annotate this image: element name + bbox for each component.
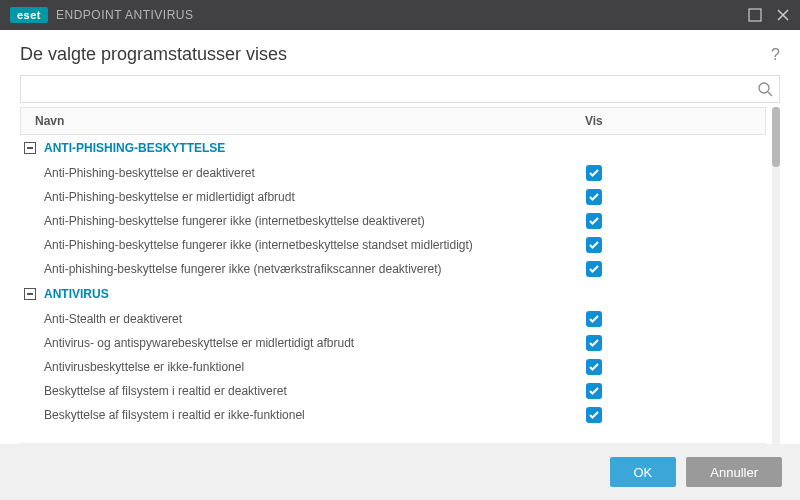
- status-row: Anti-phishing-beskyttelse fungerer ikke …: [20, 257, 766, 281]
- status-label: Anti-Phishing-beskyttelse fungerer ikke …: [20, 238, 586, 252]
- search-icon[interactable]: [757, 81, 773, 97]
- vis-checkbox[interactable]: [586, 359, 602, 375]
- svg-rect-0: [749, 9, 761, 21]
- page-title: De valgte programstatusser vises: [20, 44, 287, 65]
- vis-checkbox[interactable]: [586, 165, 602, 181]
- scroll-thumb[interactable]: [772, 107, 780, 167]
- status-row: Anti-Phishing-beskyttelse er midlertidig…: [20, 185, 766, 209]
- status-label: Anti-Phishing-beskyttelse fungerer ikke …: [20, 214, 586, 228]
- vis-checkbox[interactable]: [586, 383, 602, 399]
- titlebar: eset ENDPOINT ANTIVIRUS: [0, 0, 800, 30]
- status-label: Anti-Stealth er deaktiveret: [20, 312, 586, 326]
- status-row: Anti-Phishing-beskyttelse fungerer ikke …: [20, 233, 766, 257]
- column-vis-header[interactable]: Vis: [585, 114, 765, 128]
- status-row: Beskyttelse af filsystem i realtid er de…: [20, 379, 766, 403]
- app-name: ENDPOINT ANTIVIRUS: [56, 8, 193, 22]
- ok-button[interactable]: OK: [610, 457, 677, 487]
- group-title: ANTIVIRUS: [44, 287, 109, 301]
- collapse-icon[interactable]: [24, 288, 36, 300]
- scrollbar[interactable]: [772, 107, 780, 444]
- group-header[interactable]: ANTI-PHISHING-BESKYTTELSE: [20, 135, 766, 161]
- status-label: Antivirusbeskyttelse er ikke-funktionel: [20, 360, 586, 374]
- status-row: Anti-Phishing-beskyttelse fungerer ikke …: [20, 209, 766, 233]
- footer: OK Annuller: [0, 444, 800, 500]
- vis-checkbox[interactable]: [586, 237, 602, 253]
- vis-checkbox[interactable]: [586, 311, 602, 327]
- status-label: Anti-Phishing-beskyttelse er deaktiveret: [20, 166, 586, 180]
- search-bar[interactable]: [20, 75, 780, 103]
- status-label: Beskyttelse af filsystem i realtid er de…: [20, 384, 586, 398]
- status-row: Antivirus- og antispywarebeskyttelse er …: [20, 331, 766, 355]
- group-title: ANTI-PHISHING-BESKYTTELSE: [44, 141, 225, 155]
- vis-checkbox[interactable]: [586, 335, 602, 351]
- status-label: Anti-Phishing-beskyttelse er midlertidig…: [20, 190, 586, 204]
- status-label: Antivirus- og antispywarebeskyttelse er …: [20, 336, 586, 350]
- status-row: Anti-Stealth er deaktiveret: [20, 307, 766, 331]
- vis-checkbox[interactable]: [586, 407, 602, 423]
- status-row: Beskyttelse af filsystem i realtid er ik…: [20, 403, 766, 427]
- brand-logo: eset: [10, 7, 48, 23]
- search-input[interactable]: [27, 76, 757, 102]
- column-name-header[interactable]: Navn: [21, 114, 585, 128]
- grid-header: Navn Vis: [20, 107, 766, 135]
- vis-checkbox[interactable]: [586, 261, 602, 277]
- help-icon[interactable]: ?: [771, 46, 780, 64]
- status-row: Antivirusbeskyttelse er ikke-funktionel: [20, 355, 766, 379]
- group-header[interactable]: ANTIVIRUS: [20, 281, 766, 307]
- status-label: Beskyttelse af filsystem i realtid er ik…: [20, 408, 586, 422]
- close-button[interactable]: [776, 8, 790, 22]
- status-row: Anti-Phishing-beskyttelse er deaktiveret: [20, 161, 766, 185]
- vis-checkbox[interactable]: [586, 189, 602, 205]
- minimize-button[interactable]: [748, 8, 762, 22]
- status-label: Anti-phishing-beskyttelse fungerer ikke …: [20, 262, 586, 276]
- svg-point-1: [759, 83, 769, 93]
- vis-checkbox[interactable]: [586, 213, 602, 229]
- collapse-icon[interactable]: [24, 142, 36, 154]
- cancel-button[interactable]: Annuller: [686, 457, 782, 487]
